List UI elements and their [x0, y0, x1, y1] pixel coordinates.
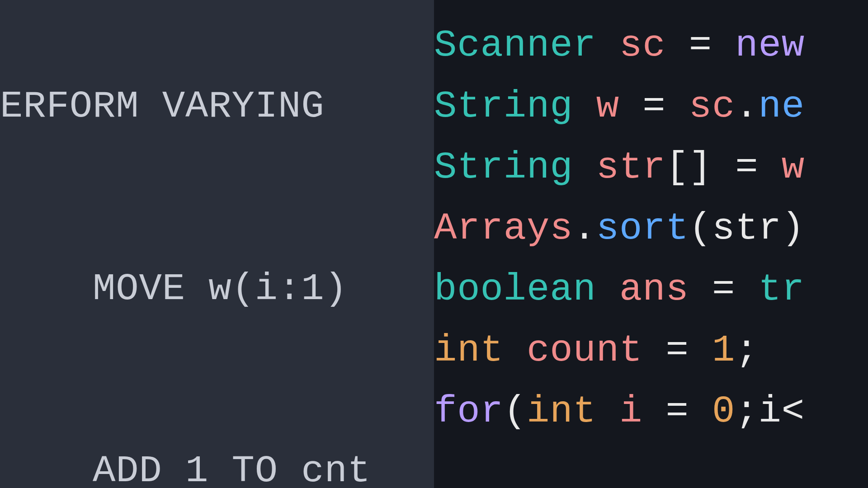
code-token: i: [619, 390, 642, 433]
code-token: =: [619, 85, 689, 128]
code-token: int: [434, 329, 527, 372]
left-code-pane: ERFORM VARYING MOVE w(i:1) ADD 1 TO cnt …: [0, 0, 434, 488]
code-token: [] =: [666, 146, 782, 189]
code-token: sc: [619, 24, 666, 67]
code-line: ERFORM VARYING: [0, 76, 434, 137]
code-token: w: [596, 85, 619, 128]
code-text: ERFORM VARYING: [0, 85, 324, 128]
code-token: new: [735, 24, 805, 67]
code-token: count: [527, 329, 642, 372]
code-token: 0: [712, 390, 735, 433]
code-line: for(int i = 0;i<: [434, 381, 868, 442]
code-text: MOVE w(i:1): [0, 267, 348, 310]
code-line: int count = 1;: [434, 320, 868, 381]
code-token: boolean: [434, 268, 619, 311]
code-token: ;: [735, 329, 758, 372]
code-token: ans: [619, 268, 689, 311]
code-line: ADD 1 TO cnt: [0, 441, 434, 488]
code-token: tr: [759, 268, 805, 311]
code-token: String: [434, 146, 596, 189]
code-line: MOVE w(i:1): [0, 259, 434, 320]
code-token: String: [434, 85, 596, 128]
code-token: Arrays: [434, 207, 573, 250]
code-token: sort: [596, 207, 689, 250]
code-token: =: [689, 268, 759, 311]
code-text: ADD 1 TO cnt: [0, 450, 371, 488]
code-line: String str[] = w: [434, 137, 868, 198]
code-token: ne: [759, 85, 805, 128]
code-token: for: [434, 390, 504, 433]
code-token: (: [504, 390, 527, 433]
code-token: int: [527, 390, 619, 433]
code-token: =: [666, 24, 736, 67]
code-line: Scanner sc = new: [434, 15, 868, 76]
code-token: =: [642, 390, 712, 433]
code-token: .: [573, 207, 596, 250]
code-line: Arrays.sort(str): [434, 198, 868, 259]
code-line: boolean ans = tr: [434, 259, 868, 320]
code-token: (str): [689, 207, 805, 250]
code-token: sc: [689, 85, 736, 128]
code-token: str: [596, 146, 666, 189]
code-line: String w = sc.ne: [434, 76, 868, 137]
code-token: .: [735, 85, 758, 128]
right-code-pane: Scanner sc = newString w = sc.neString s…: [434, 0, 868, 488]
code-token: w: [782, 146, 805, 189]
code-token: =: [642, 329, 712, 372]
code-token: ;i<: [735, 390, 805, 433]
code-token: Scanner: [434, 24, 619, 67]
code-token: 1: [712, 329, 735, 372]
